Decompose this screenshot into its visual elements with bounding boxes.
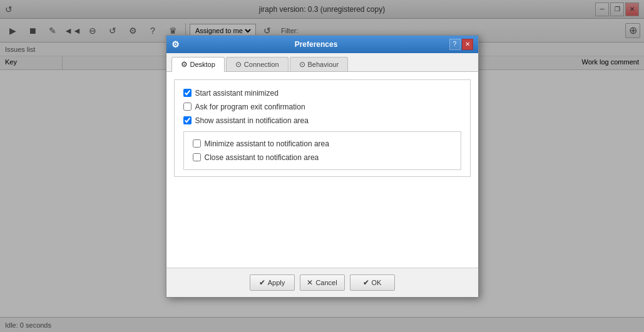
dialog-tabs: ⚙ Desktop ⊙ Connection ⊙ Behaviour (166, 53, 478, 72)
dialog-titlebar: ⚙ Preferences ? ✕ (166, 36, 478, 53)
close-notification-checkbox[interactable] (193, 153, 201, 161)
show-notification-checkbox[interactable] (183, 116, 192, 124)
cancel-button[interactable]: ✕ Cancel (300, 274, 345, 291)
tab-desktop-label: Desktop (190, 61, 215, 68)
preferences-dialog: ⚙ Preferences ? ✕ ⚙ Desktop ⊙ Connection… (166, 35, 479, 298)
cancel-icon: ✕ (307, 278, 313, 287)
exit-confirm-label: Ask for program exit confirmation (195, 103, 305, 111)
close-notification-label: Close assistant to notification area (205, 153, 319, 162)
pref-item-close-notification: Close assistant to notification area (193, 151, 452, 164)
ok-button[interactable]: ✔ OK (350, 274, 395, 291)
modal-overlay: ⚙ Preferences ? ✕ ⚙ Desktop ⊙ Connection… (0, 0, 644, 332)
tab-connection-label: Connection (244, 61, 279, 68)
tab-behaviour-label: Behaviour (308, 61, 339, 68)
apply-button[interactable]: ✔ Apply (250, 274, 295, 291)
dialog-close-button[interactable]: ✕ (462, 39, 473, 50)
connection-tab-icon: ⊙ (235, 60, 242, 69)
pref-main-section: Start assistant minimized Ask for progra… (174, 79, 471, 177)
tab-desktop[interactable]: ⚙ Desktop (171, 57, 225, 72)
tab-connection[interactable]: ⊙ Connection (226, 57, 289, 71)
pref-item-exit-confirm: Ask for program exit confirmation (183, 100, 461, 114)
dialog-help-button[interactable]: ? (449, 39, 461, 50)
show-notification-label: Show assistant in notification area (195, 116, 309, 125)
pref-item-start-minimized: Start assistant minimized (183, 86, 461, 100)
tab-behaviour[interactable]: ⊙ Behaviour (290, 57, 349, 71)
start-minimized-label: Start assistant minimized (195, 89, 279, 98)
ok-label: OK (372, 279, 382, 286)
ok-icon: ✔ (363, 278, 369, 287)
desktop-tab-icon: ⚙ (181, 60, 188, 69)
behaviour-tab-icon: ⊙ (299, 60, 305, 69)
apply-label: Apply (268, 279, 285, 286)
pref-sub-section: Minimize assistant to notification area … (183, 131, 461, 170)
dialog-title: Preferences (183, 40, 449, 49)
pref-item-show-notification: Show assistant in notification area (183, 114, 461, 128)
dialog-controls: ? ✕ (449, 39, 473, 50)
minimize-notification-label: Minimize assistant to notification area (205, 139, 329, 148)
dialog-body: Start assistant minimized Ask for progra… (166, 72, 478, 268)
dialog-settings-icon: ⚙ (171, 39, 180, 49)
minimize-notification-checkbox[interactable] (193, 139, 201, 148)
apply-icon: ✔ (259, 278, 265, 287)
exit-confirm-checkbox[interactable] (183, 103, 192, 111)
dialog-footer: ✔ Apply ✕ Cancel ✔ OK (166, 268, 478, 297)
cancel-label: Cancel (315, 279, 337, 286)
start-minimized-checkbox[interactable] (183, 89, 192, 97)
pref-item-minimize-notification: Minimize assistant to notification area (193, 137, 452, 151)
